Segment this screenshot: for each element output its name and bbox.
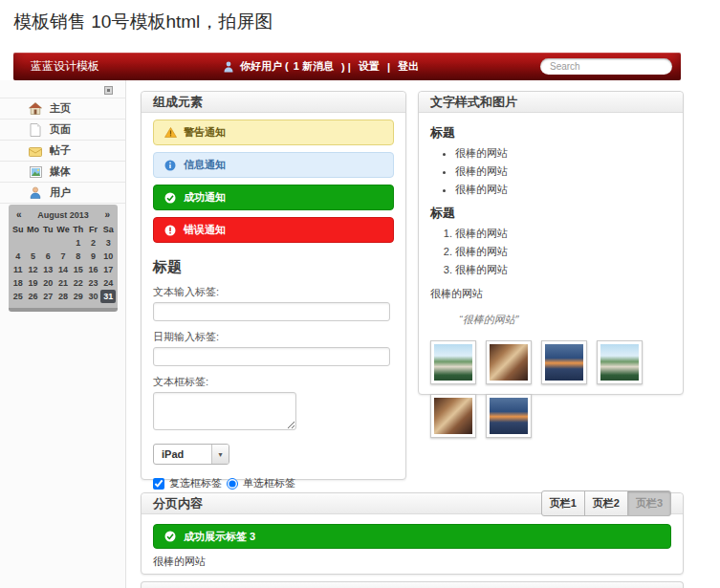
calendar-day[interactable]: 29 bbox=[71, 290, 86, 303]
brand-logo[interactable]: 蓝蓝设计模板 bbox=[31, 53, 99, 80]
calendar-day[interactable]: 19 bbox=[26, 276, 41, 290]
settings-link[interactable]: 设置 bbox=[359, 59, 380, 74]
calendar-day[interactable]: 24 bbox=[100, 276, 116, 290]
calendar-day[interactable]: 27 bbox=[40, 290, 55, 303]
sunset-image bbox=[490, 398, 528, 434]
tab-2[interactable]: 页栏2 bbox=[584, 490, 628, 516]
calendar-day[interactable]: 4 bbox=[11, 250, 26, 263]
calendar-day bbox=[26, 236, 41, 250]
calendar-day[interactable]: 21 bbox=[55, 276, 71, 290]
calendar-day[interactable]: 23 bbox=[86, 276, 101, 290]
tab-content-text: 很棒的网站 bbox=[153, 555, 671, 569]
calendar-next-button[interactable]: » bbox=[104, 209, 110, 220]
calendar-day[interactable]: 14 bbox=[55, 263, 71, 276]
sidebar-item-pages[interactable]: 页面 bbox=[0, 119, 125, 140]
text-styles-panel-header: 文字样式和图片 bbox=[419, 92, 683, 113]
calendar-day bbox=[55, 236, 71, 250]
info-alert-text: 信息通知 bbox=[184, 158, 226, 172]
device-select-value: iPad bbox=[154, 448, 211, 460]
sidebar-item-users[interactable]: 用户 bbox=[0, 182, 125, 204]
calendar-day[interactable]: 7 bbox=[55, 250, 71, 263]
calendar-day[interactable]: 11 bbox=[11, 263, 26, 276]
sidebar: 主页 页面 帖子 媒体 用户 « August 2013 bbox=[0, 80, 126, 588]
device-select[interactable]: iPad ▾ bbox=[153, 444, 229, 465]
check-circle-icon bbox=[164, 191, 177, 205]
calendar-day[interactable]: 16 bbox=[86, 263, 101, 276]
thumbnail-sunset[interactable] bbox=[486, 394, 532, 438]
user-menu: 你好用户 (1 新消息 ) | 设置 | 登出 bbox=[222, 53, 419, 80]
numbered-list: 很棒的网站 很棒的网站 很棒的网站 bbox=[430, 227, 671, 277]
calendar-day[interactable]: 25 bbox=[11, 290, 26, 303]
sidebar-menu: 主页 页面 帖子 媒体 用户 bbox=[0, 98, 125, 204]
calendar-day[interactable]: 22 bbox=[71, 276, 86, 290]
page: 模板销售 10号模板html，拍屏图 蓝蓝设计模板 你好用户 (1 新消息 ) … bbox=[0, 0, 720, 588]
textarea-field[interactable] bbox=[153, 392, 296, 430]
blockquote-text: “很棒的网站” bbox=[459, 313, 671, 327]
calendar-day[interactable]: 18 bbox=[11, 276, 26, 290]
calendar-dow: Sa bbox=[100, 223, 116, 236]
calendar-day[interactable]: 30 bbox=[86, 290, 101, 303]
calendar-day[interactable]: 20 bbox=[40, 276, 55, 290]
sidebar-item-home[interactable]: 主页 bbox=[0, 98, 125, 119]
calendar-day[interactable]: 6 bbox=[40, 250, 55, 263]
home-icon bbox=[29, 102, 42, 116]
date-input-field[interactable] bbox=[153, 347, 390, 366]
calendar-day[interactable]: 17 bbox=[100, 263, 116, 276]
thumbnail-crowd[interactable] bbox=[430, 394, 476, 438]
calendar-day-names: Su Mo Tu We Th Fr Sa bbox=[11, 223, 116, 236]
calendar-widget: « August 2013 » Su Mo Tu We Th Fr Sa 1 2 bbox=[9, 205, 118, 312]
calendar-day-selected[interactable]: 31 bbox=[100, 290, 116, 303]
thumbnail-crowd[interactable] bbox=[486, 340, 532, 384]
success-alert-text: 成功通知 bbox=[184, 190, 226, 205]
calendar-dow: Fr bbox=[86, 223, 101, 236]
messages-link[interactable]: 1 新消息 bbox=[294, 59, 334, 74]
calendar-day[interactable]: 10 bbox=[100, 250, 116, 263]
form-heading: 标题 bbox=[153, 258, 394, 276]
page-icon bbox=[29, 123, 42, 137]
components-panel-header: 组成元素 bbox=[142, 92, 405, 113]
calendar-prev-button[interactable]: « bbox=[16, 209, 22, 220]
calendar-day[interactable]: 26 bbox=[26, 290, 41, 303]
calendar-day[interactable]: 1 bbox=[71, 236, 86, 250]
page-title: 模板销售 10号模板html，拍屏图 bbox=[13, 10, 273, 34]
tab-3[interactable]: 页栏3 bbox=[627, 490, 671, 516]
calendar-day[interactable]: 13 bbox=[40, 263, 55, 276]
checkbox-input[interactable] bbox=[153, 478, 164, 490]
components-panel: 组成元素 警告通知 信息通知 成功通知 错误通知 标题 文本输入标签: 日期输入… bbox=[141, 91, 406, 480]
text-input-field[interactable] bbox=[153, 302, 390, 321]
calendar-dow: We bbox=[55, 223, 71, 236]
calendar-dow: Mo bbox=[26, 223, 41, 236]
tab-1[interactable]: 页栏1 bbox=[541, 490, 585, 516]
logout-link[interactable]: 登出 bbox=[398, 59, 419, 74]
image-grid bbox=[430, 340, 650, 438]
calendar-day[interactable]: 15 bbox=[71, 263, 86, 276]
tabbed-panel-header: 分页内容 页栏1 页栏2 页栏3 bbox=[142, 493, 683, 514]
tabbed-content-panel: 分页内容 页栏1 页栏2 页栏3 成功展示标签 3 很棒的网站 bbox=[141, 492, 684, 575]
user-icon bbox=[29, 186, 42, 200]
paragraph-text: 很棒的网站 bbox=[430, 287, 671, 301]
radio-input[interactable] bbox=[227, 478, 238, 490]
list-item: 很棒的网站 bbox=[455, 164, 671, 179]
list-heading: 标题 bbox=[430, 205, 671, 222]
thumbnail-castle[interactable] bbox=[597, 340, 643, 384]
sidebar-item-media[interactable]: 媒体 bbox=[0, 161, 125, 182]
calendar-day[interactable]: 28 bbox=[55, 290, 71, 303]
thumbnail-sunset[interactable] bbox=[541, 340, 587, 384]
list-heading: 标题 bbox=[430, 124, 671, 142]
calendar-day[interactable]: 12 bbox=[26, 263, 41, 276]
calendar-day[interactable]: 8 bbox=[71, 250, 86, 263]
calendar-month-label: August 2013 bbox=[37, 210, 89, 220]
thumbnail-castle[interactable] bbox=[430, 340, 476, 384]
sidebar-item-posts[interactable]: 帖子 bbox=[0, 140, 125, 161]
sidebar-collapse-button[interactable] bbox=[104, 86, 113, 95]
calendar-day[interactable]: 3 bbox=[100, 236, 116, 250]
user-menu-separator: | bbox=[384, 61, 393, 73]
castle-image bbox=[600, 344, 639, 381]
calendar-day[interactable]: 5 bbox=[26, 250, 41, 263]
next-panel-stub bbox=[141, 581, 684, 588]
calendar-day[interactable]: 9 bbox=[86, 250, 101, 263]
sunset-image bbox=[545, 344, 583, 381]
radio-label: 单选框标签 bbox=[243, 476, 295, 490]
calendar-day[interactable]: 2 bbox=[86, 236, 101, 250]
search-input[interactable] bbox=[540, 58, 672, 75]
